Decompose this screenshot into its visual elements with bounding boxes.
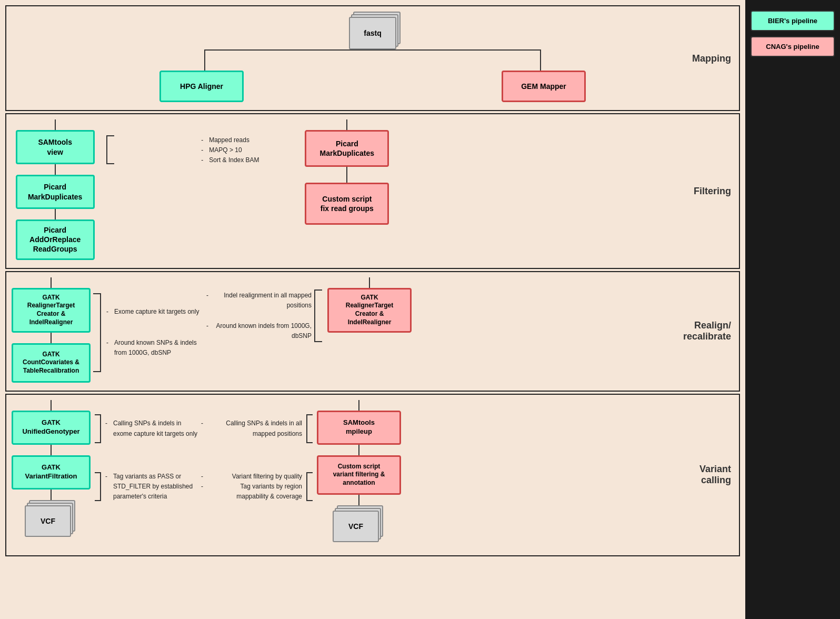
variant-cnag-notes2: Variant filtering by quality Tag variant… xyxy=(201,469,306,505)
gem-mapper-box: GEM Mapper xyxy=(502,71,586,102)
hpg-aligner-box: HPG Aligner xyxy=(159,71,244,102)
variant-cnag-notes1: Calling SNPs & indels in all mapped posi… xyxy=(201,416,306,441)
gatk-count-bier-box: GATK CountCovariates & TableRecalibratio… xyxy=(12,343,91,383)
variant-bier-notes2: Tag variants as PASS or STD_FILTER by es… xyxy=(101,469,201,505)
custom-script-fix-box: Custom script fix read groups xyxy=(305,183,389,225)
samtools-mpileup-box: SAMtools mpileup xyxy=(317,411,401,445)
vcf-cnag-stack: VCF xyxy=(333,505,385,547)
gatk-genotyper-box: GATK UnifiedGenotyper xyxy=(12,411,91,445)
fastq-stack: fastq xyxy=(349,12,396,49)
mapping-section: Mapping fastq xyxy=(5,5,740,111)
picard-markdup-bier-box: Picard MarkDuplicates xyxy=(16,175,95,209)
realign-label: Realign/ recalibrate xyxy=(683,320,731,342)
gatk-realigner-bier-box: GATK RealignerTarget Creator & IndelReal… xyxy=(12,288,91,333)
samtools-view-box: SAMtools view xyxy=(16,130,95,164)
gatk-realigner-cnag-box: GATK RealignerTarget Creator & IndelReal… xyxy=(327,288,412,333)
custom-filter-box: Custom script variant filtering & annota… xyxy=(317,455,401,495)
picard-markdup-cnag-box: Picard MarkDuplicates xyxy=(305,130,389,167)
vcf-bier-stack: VCF xyxy=(25,500,77,542)
main-diagram-area: Mapping fastq xyxy=(0,0,745,619)
realign-section: Realign/ recalibrate GATK RealignerTarge… xyxy=(5,271,740,392)
fastq-label: fastq xyxy=(349,17,396,49)
variant-bier-notes1: Calling SNPs & indels in exome capture k… xyxy=(101,416,201,441)
samtools-filter-notes: Mapped reads MAPQ > 10 Sort & Index BAM xyxy=(201,133,303,168)
cnag-legend: CNAG's pipeline xyxy=(751,36,835,57)
gatk-filtration-box: GATK VariantFiltration xyxy=(12,455,91,490)
realign-bier-notes: Exome capture kit targets only Around kn… xyxy=(101,304,206,361)
picard-addorreplace-box: Picard AddOrReplace ReadGroups xyxy=(16,219,95,260)
bier-legend: BIER's pipeline xyxy=(751,11,835,31)
variant-label: Variant calling xyxy=(699,464,731,486)
variant-section: Variant calling GATK UnifiedGenotyper GA… xyxy=(5,394,740,556)
filtering-label: Filtering xyxy=(694,185,731,196)
realign-cnag-notes: Indel realignment in all mapped position… xyxy=(206,288,312,344)
legend-panel: BIER's pipeline CNAG's pipeline xyxy=(745,0,840,619)
filtering-section: Filtering SAMtools view Picard MarkDupli… xyxy=(5,113,740,269)
